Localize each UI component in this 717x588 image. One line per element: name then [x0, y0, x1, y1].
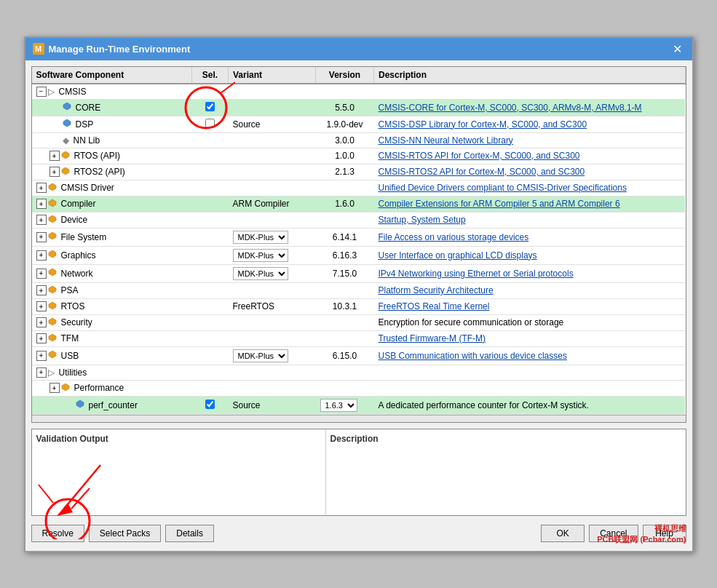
component-label: CMSIS: [59, 87, 87, 97]
details-button[interactable]: Details: [165, 525, 214, 542]
expand-button[interactable]: −: [36, 87, 47, 97]
description-link[interactable]: User Interface on graphical LCD displays: [379, 250, 537, 261]
expand-button[interactable]: +: [36, 232, 47, 242]
table-row: +DeviceStartup, System Setup: [32, 212, 686, 228]
description-cell[interactable]: CMSIS-CORE for Cortex-M, SC000, SC300, A…: [374, 99, 686, 116]
description-link[interactable]: CMSIS-CORE for Cortex-M, SC000, SC300, A…: [379, 103, 642, 113]
description-cell[interactable]: Platform Security Architecture: [374, 282, 686, 298]
description-link[interactable]: FreeRTOS Real Time Kernel: [379, 301, 490, 311]
component-cell: CORE: [32, 99, 192, 116]
version-select[interactable]: 1.6.3: [320, 399, 357, 412]
expand-button[interactable]: +: [36, 351, 47, 361]
variant-cell: Source: [229, 396, 316, 414]
expand-button[interactable]: +: [36, 285, 47, 295]
expand-button[interactable]: +: [36, 199, 47, 209]
expand-button[interactable]: +: [36, 215, 47, 225]
description-link[interactable]: CMSIS-RTOS2 API for Cortex-M, SC000, and…: [379, 167, 585, 177]
description-cell[interactable]: Trusted Firmware-M (TF-M): [374, 330, 686, 346]
description-link[interactable]: Unified Device Drivers compliant to CMSI…: [379, 183, 627, 193]
description-cell[interactable]: FreeRTOS Real Time Kernel: [374, 298, 686, 314]
version-cell: [316, 180, 374, 196]
svg-marker-1: [63, 119, 71, 127]
table-header-row: Software Component Sel. Variant Version …: [32, 67, 686, 84]
description-link[interactable]: Startup, System Setup: [379, 215, 466, 225]
svg-marker-12: [49, 318, 56, 325]
watermark-line1: 裸机思维: [597, 523, 686, 534]
component-label: Compiler: [61, 199, 96, 209]
resolve-button[interactable]: Resolve: [31, 525, 84, 542]
variant-select[interactable]: MDK-Plus: [233, 267, 288, 280]
component-cell: +RTOS2 (API): [32, 164, 192, 180]
description-cell[interactable]: Unified Device Drivers compliant to CMSI…: [374, 180, 686, 196]
description-cell[interactable]: User Interface on graphical LCD displays: [374, 246, 686, 264]
description-link[interactable]: File Access on various storage devices: [379, 232, 529, 242]
sel-cell: [192, 396, 229, 414]
expand-button[interactable]: +: [36, 301, 47, 311]
svg-marker-6: [49, 215, 56, 223]
description-cell[interactable]: CMSIS-RTOS2 API for Cortex-M, SC000, and…: [374, 164, 686, 180]
window-title: Manage Run-Time Environment: [49, 44, 191, 55]
description-section: Description: [326, 429, 686, 515]
expand-button[interactable]: +: [36, 269, 47, 279]
description-link[interactable]: CMSIS-DSP Library for Cortex-M, SC000, a…: [379, 119, 587, 130]
svg-marker-13: [49, 334, 56, 341]
component-cell: perf_counter: [32, 396, 192, 414]
horizontal-scrollbar[interactable]: [32, 415, 686, 423]
variant-cell: [229, 330, 316, 346]
expand-button[interactable]: +: [49, 167, 60, 177]
description-link[interactable]: Platform Security Architecture: [379, 285, 494, 295]
watermark-line2: PCB联盟网 (Pcbar.com): [597, 534, 686, 545]
component-label: RTOS2 (API): [74, 167, 125, 177]
description-cell[interactable]: CMSIS-NN Neural Network Library: [374, 132, 686, 148]
bottom-panel: Validation Output Description: [31, 429, 686, 516]
variant-select[interactable]: MDK-Plus: [233, 231, 288, 244]
expand-button[interactable]: +: [49, 151, 60, 161]
variant-select[interactable]: MDK-Plus: [233, 349, 288, 362]
expand-button[interactable]: +: [49, 383, 60, 393]
component-checkbox[interactable]: [205, 102, 215, 111]
description-cell[interactable]: CMSIS-DSP Library for Cortex-M, SC000, a…: [374, 116, 686, 132]
variant-cell: MDK-Plus: [229, 264, 316, 282]
description-cell: [374, 380, 686, 396]
description-link[interactable]: CMSIS-NN Neural Network Library: [379, 135, 513, 146]
version-cell: 1.9.0-dev: [316, 116, 374, 132]
version-cell: [316, 330, 374, 346]
variant-select[interactable]: MDK-Plus: [233, 249, 288, 262]
description-cell[interactable]: Startup, System Setup: [374, 212, 686, 228]
expand-button[interactable]: +: [36, 250, 47, 261]
component-cell: +Compiler: [32, 196, 192, 212]
expand-button[interactable]: +: [36, 368, 47, 378]
expand-button[interactable]: +: [36, 317, 47, 327]
close-button[interactable]: ✕: [670, 42, 685, 56]
sel-cell: [192, 365, 229, 380]
expand-button[interactable]: +: [36, 183, 47, 193]
description-cell[interactable]: CMSIS-RTOS API for Cortex-M, SC000, and …: [374, 148, 686, 164]
description-cell[interactable]: File Access on various storage devices: [374, 228, 686, 246]
description-cell[interactable]: USB Communication with various device cl…: [374, 346, 686, 365]
col-header-sel: Sel.: [192, 67, 229, 84]
description-link[interactable]: IPv4 Networking using Ethernet or Serial…: [379, 269, 574, 279]
component-checkbox[interactable]: [205, 119, 215, 128]
svg-marker-16: [76, 400, 84, 408]
component-icon: [48, 317, 57, 328]
component-label: File System: [61, 232, 107, 242]
component-checkbox[interactable]: [205, 400, 215, 409]
variant-cell: [229, 164, 316, 180]
description-cell[interactable]: Compiler Extensions for ARM Compiler 5 a…: [374, 196, 686, 212]
ok-button[interactable]: OK: [541, 525, 585, 542]
sel-cell: [192, 116, 229, 132]
select-packs-button[interactable]: Select Packs: [89, 525, 161, 542]
svg-marker-4: [49, 183, 56, 191]
description-link[interactable]: Trusted Firmware-M (TF-M): [379, 333, 486, 343]
validation-section: Validation Output: [32, 429, 326, 515]
version-cell: 7.15.0: [316, 264, 374, 282]
description-link[interactable]: USB Communication with various device cl…: [379, 351, 567, 361]
description-link[interactable]: CMSIS-RTOS API for Cortex-M, SC000, and …: [379, 151, 580, 161]
table-row: +RTOS (API)1.0.0CMSIS-RTOS API for Corte…: [32, 148, 686, 164]
expand-button[interactable]: +: [36, 333, 47, 343]
variant-cell: MDK-Plus: [229, 346, 316, 365]
description-link[interactable]: Compiler Extensions for ARM Compiler 5 a…: [379, 199, 620, 209]
component-cell: +TFM: [32, 330, 192, 346]
component-label: Graphics: [61, 250, 96, 261]
description-cell[interactable]: IPv4 Networking using Ethernet or Serial…: [374, 264, 686, 282]
